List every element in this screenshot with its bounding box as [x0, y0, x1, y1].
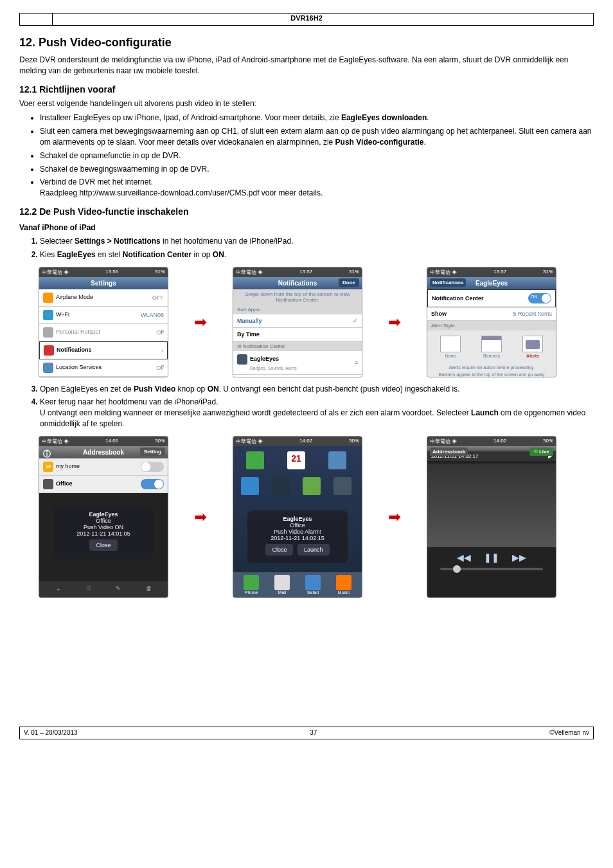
arrow-icon: ➡ [388, 508, 401, 526]
myhome-row[interactable]: 16my home [39, 458, 168, 476]
footer-page: 37 [310, 729, 317, 736]
location-row[interactable]: Location ServicesOff [39, 359, 168, 377]
page-header: DVR16H2 [19, 13, 594, 26]
arrow-icon: ➡ [388, 313, 401, 331]
step-1: Selecteer Settings > Notifications in he… [40, 236, 594, 247]
dock: Phone Mail Safari Music [233, 572, 362, 597]
app-icons-2 [233, 475, 362, 498]
bullet-4: Schakel de bewegingswaarneming in op de … [40, 164, 594, 175]
toolbar: ＋ ☰ ✎ 🗑 [39, 581, 168, 597]
rewind-button[interactable]: ◀◀ [457, 552, 471, 563]
slider[interactable] [427, 568, 556, 570]
alert-style-options: None Banners Alerts [427, 330, 556, 364]
status-bar: 中華電信 ◈13:5731% [233, 267, 362, 277]
status-bar: 中華電信 ◈13:5731% [427, 267, 556, 277]
list-icon[interactable]: ☰ [86, 585, 91, 593]
section-12-2-heading: 12.2 De Push Video-functie inschakelen [19, 206, 594, 217]
add-icon[interactable]: ＋ [55, 585, 61, 593]
notif-center-toggle[interactable]: ON [528, 293, 551, 303]
hotspot-row[interactable]: Personal HotspotOff [39, 324, 168, 341]
screenshot-row-1: 中華電信 ◈13:5631% Settings Airplane ModeOFF… [19, 267, 594, 377]
bytime-row[interactable]: By Time [233, 328, 362, 341]
phone-home-alert: 中華電信 ◈14:0230% 21 EagleEyes Office Push … [233, 436, 362, 598]
forward-button[interactable]: ▶▶ [512, 552, 526, 563]
app-icon[interactable] [303, 477, 321, 495]
eagleeyes-row[interactable]: EagleEyesBadges, Sounds, Alerts≡ [233, 351, 362, 375]
bullet-1: Installeer EagleEyes op uw iPhone, Ipad,… [40, 113, 594, 123]
carrier-row[interactable]: Carrier Chunghwa Telecom› [39, 377, 168, 377]
status-bar: 中華電信 ◈14:0130% [39, 437, 168, 446]
bullet-5: Verbind de DVR met het internet.Raadplee… [40, 177, 594, 199]
phone-addressbook-alert: 中華電信 ◈14:0130% ⓘAddressbookSetting 16my … [39, 436, 168, 598]
messages-app-icon[interactable] [246, 451, 264, 469]
office-toggle[interactable] [141, 479, 164, 489]
setting-button[interactable]: Setting [140, 448, 165, 456]
nav-title: NotificationsDone [233, 277, 362, 289]
eagleeyes-icon [237, 354, 247, 365]
style-banners[interactable]: Banners [481, 336, 502, 359]
app-icon[interactable] [272, 477, 290, 495]
status-bar: 中華電信 ◈13:5631% [39, 267, 168, 277]
wifi-icon [43, 310, 53, 320]
office-row[interactable]: Office [39, 476, 168, 493]
in-notif-center-label: In Notification Center [233, 341, 362, 351]
push-alert: EagleEyes Office Push Video ON 2012-11-2… [53, 506, 154, 559]
bullet-2-text: Sluit een camera met bewegingswaarneming… [40, 127, 592, 147]
steps-list-continued: Open EagleEyes en zet de Push Video knop… [19, 384, 594, 429]
section-12-1-heading: 12.1 Richtlijnen vooraf [19, 84, 594, 95]
header-divider [52, 14, 53, 25]
alert-note-1: Alerts require an action before proceedi… [427, 364, 556, 371]
wifi-row[interactable]: Wi-FiWLAN06 [39, 307, 168, 324]
style-none[interactable]: None [440, 336, 461, 359]
app-icon[interactable] [241, 477, 259, 495]
music-dock-icon[interactable]: Music [336, 575, 351, 595]
style-alerts[interactable]: Alerts [522, 336, 543, 359]
nav-title: NotificationsEagleEyes [427, 277, 556, 289]
bullet-2: Sluit een camera met bewegingswaarneming… [40, 126, 594, 148]
alert-note-2: Banners appear at the top of the screen … [427, 371, 556, 377]
info-icon[interactable]: ⓘ [43, 449, 51, 460]
close-button[interactable]: Close [89, 539, 117, 551]
section-12-intro: Deze DVR ondersteunt de meldingfunctie v… [19, 55, 594, 77]
pause-button[interactable]: ❚❚ [484, 552, 499, 563]
launch-button[interactable]: Launch [298, 544, 330, 556]
alert-style-label: Alert Style [427, 321, 556, 330]
status-bar: 中華電信 ◈14:0230% [427, 437, 556, 446]
phone-eagleeyes-screen: 中華電信 ◈13:5731% NotificationsEagleEyes No… [427, 267, 556, 377]
footer-copyright: ©Velleman nv [549, 729, 589, 736]
show-row[interactable]: Show5 Recent Items [427, 307, 556, 321]
nav-title: Addressbook⟲ Live [427, 446, 556, 451]
alert-title: EagleEyes [283, 516, 312, 522]
bullet-2-bold: Push Video-configuratie [335, 138, 424, 147]
location-icon [43, 363, 53, 373]
weather-row[interactable]: Weather Widget≡ [233, 375, 362, 377]
close-button[interactable]: Close [265, 544, 293, 556]
done-button[interactable]: Done [339, 278, 359, 287]
guidelines-list: Installeer EagleEyes op uw iPhone, Ipad,… [19, 113, 594, 199]
safari-dock-icon[interactable]: Safari [305, 575, 321, 595]
notifications-row[interactable]: Notifications› [39, 341, 168, 359]
playback-controls: ◀◀ ❚❚ ▶▶ [427, 547, 556, 568]
app-icon[interactable] [333, 477, 351, 495]
airplane-icon [43, 293, 53, 303]
swipe-hint: Swipe down from the top of the screen to… [233, 289, 362, 305]
notif-center-row[interactable]: Notification CenterON [427, 289, 556, 307]
manually-row[interactable]: Manually✓ [233, 314, 362, 328]
screenshot-row-2: 中華電信 ◈14:0130% ⓘAddressbookSetting 16my … [19, 436, 594, 598]
trash-icon[interactable]: 🗑 [146, 585, 152, 593]
airplane-mode-row[interactable]: Airplane ModeOFF [39, 289, 168, 307]
edit-icon[interactable]: ✎ [116, 585, 121, 593]
phone-dock-icon[interactable]: Phone [244, 575, 259, 595]
back-button[interactable]: Addressbook [430, 448, 468, 456]
myhome-toggle[interactable] [141, 462, 164, 472]
phone-live-video: 中華電信 ◈14:0230% Addressbook⟲ Live 2012/11… [427, 436, 556, 598]
live-button[interactable]: ⟲ Live [529, 448, 553, 456]
alert-title: EagleEyes [89, 511, 118, 518]
nav-title: ⓘAddressbookSetting [39, 446, 168, 458]
mail-dock-icon[interactable]: Mail [274, 575, 290, 595]
photos-app-icon[interactable] [328, 451, 346, 469]
status-bar: 中華電信 ◈14:0230% [233, 437, 362, 446]
back-button[interactable]: Notifications [430, 278, 466, 287]
push-alarm-alert: EagleEyes Office Push Video Alarm! 2012-… [247, 511, 348, 563]
calendar-app-icon[interactable]: 21 [287, 451, 305, 469]
